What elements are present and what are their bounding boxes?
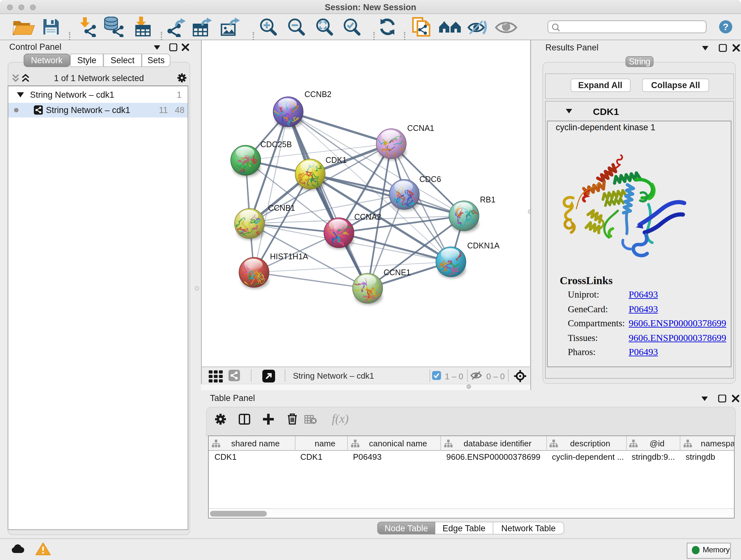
svg-text:CDKN1A: CDKN1A [467,241,500,250]
svg-text:RB1: RB1 [480,195,495,204]
svg-text:HIST1H1A: HIST1H1A [270,252,308,261]
svg-text:?: ? [723,21,729,32]
svg-text:CCNB2: CCNB2 [305,90,332,99]
svg-text:CCNA2: CCNA2 [354,212,381,221]
svg-text:CDC25B: CDC25B [260,140,292,149]
svg-text:CDC6: CDC6 [419,175,441,184]
svg-text:CDK1: CDK1 [326,155,347,165]
svg-text:CCNE1: CCNE1 [384,268,411,277]
svg-text:CCNA1: CCNA1 [407,124,434,132]
svg-text:CCNB1: CCNB1 [268,203,295,212]
